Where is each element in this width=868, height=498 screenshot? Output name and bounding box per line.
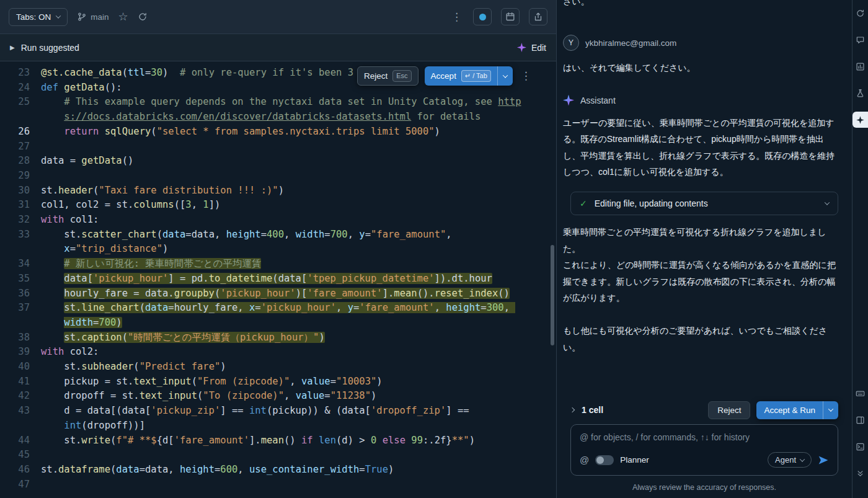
code-text[interactable]: data['pickup_hour'] = pd.to_datetime(dat… <box>41 272 556 287</box>
assistant-icon[interactable] <box>852 112 868 128</box>
code-text[interactable]: st.header("Taxi fare distribution !!! :)… <box>41 184 556 198</box>
code-text[interactable]: data = getData() <box>41 154 556 169</box>
code-text[interactable]: with col2: <box>41 345 556 360</box>
code-text[interactable]: st.dataframe(data=data, height=600, use_… <box>41 463 556 478</box>
git-branch-button[interactable]: main <box>77 12 108 22</box>
code-text[interactable]: st.write(f"# **${d['fare_amount'].mean()… <box>41 434 556 448</box>
editor-scrollbar-thumb[interactable] <box>551 245 554 345</box>
code-line[interactable]: 40st.subheader("Predict fare") <box>0 360 556 375</box>
planner-toggle[interactable] <box>595 455 614 465</box>
task-status-row[interactable]: ✓ Editing file, updating contents <box>570 192 838 215</box>
line-number: 42 <box>0 389 41 404</box>
line-number: 45 <box>0 448 41 463</box>
accept-run-options-dropdown[interactable] <box>823 401 838 419</box>
code-line[interactable]: 35data['pickup_hour'] = pd.to_datetime(d… <box>0 272 556 287</box>
code-text[interactable]: d = data[(data['pickup_zip'] == int(pick… <box>41 404 556 433</box>
code-line[interactable]: 46st.dataframe(data=data, height=600, us… <box>0 463 556 478</box>
code-line[interactable]: 34# 新しい可視化: 乗車時間帯ごとの平均運賃 <box>0 257 556 272</box>
code-text[interactable]: pickup = st.text_input("From (zipcode)",… <box>41 375 556 389</box>
line-number: 41 <box>0 375 41 389</box>
code-line[interactable]: 36hourly_fare = data.groupby('pickup_hou… <box>0 287 556 301</box>
accept-button[interactable]: Accept ↵ / Tab <box>425 66 497 86</box>
code-line[interactable]: 38st.caption("時間帯ごとの平均運賃（pickup_hour）") <box>0 331 556 345</box>
code-line[interactable]: 27 <box>0 140 556 154</box>
code-line[interactable]: 45 <box>0 448 556 463</box>
refresh-icon[interactable] <box>138 12 148 22</box>
run-suggested-button[interactable]: ▶ Run suggested <box>10 43 79 53</box>
terminal-icon[interactable] <box>852 438 868 455</box>
code-line[interactable]: 41pickup = st.text_input("From (zipcode)… <box>0 375 556 389</box>
side-panel-icon[interactable] <box>852 412 868 428</box>
code-text[interactable] <box>41 478 556 492</box>
code-text[interactable]: st.line_chart(data=hourly_fare, x='picku… <box>41 301 556 330</box>
code-line[interactable]: 29 <box>0 169 556 184</box>
reject-changes-button[interactable]: Reject <box>708 401 750 419</box>
code-text[interactable]: col1, col2 = st.columns([3, 1]) <box>41 198 556 213</box>
send-icon[interactable] <box>818 455 829 466</box>
record-status-button[interactable] <box>473 8 492 25</box>
code-text[interactable] <box>41 169 556 184</box>
code-text[interactable] <box>41 140 556 154</box>
line-number: 31 <box>0 198 41 213</box>
accept-and-run-button[interactable]: Accept & Run <box>756 401 823 419</box>
diff-overflow-menu-icon[interactable]: ⋮ <box>519 71 533 81</box>
reject-label: Reject <box>364 71 388 81</box>
code-text[interactable]: st.scatter_chart(data=data, height=400, … <box>41 228 556 257</box>
code-line[interactable]: 26return sqlQuery("select * from samples… <box>0 125 556 140</box>
assistant-input[interactable]: @ for objects, / for commands, ↑↓ for hi… <box>570 424 838 476</box>
experiments-chart-icon[interactable] <box>852 58 868 74</box>
line-number: 36 <box>0 287 41 301</box>
line-number: 46 <box>0 463 41 478</box>
accept-options-dropdown[interactable] <box>497 66 513 86</box>
agent-mode-dropdown[interactable]: Agent <box>768 452 812 468</box>
code-text[interactable]: dropoff = st.text_input("To (zipcode)", … <box>41 389 556 404</box>
comments-icon[interactable] <box>852 32 868 48</box>
code-line[interactable]: 42dropoff = st.text_input("To (zipcode)"… <box>0 389 556 404</box>
share-button[interactable] <box>529 8 547 25</box>
chat-scroll-area[interactable]: さい。 Y ykbhiralmec@gmail.com はい、それで編集してくだ… <box>557 0 852 397</box>
assistant-sparkle-icon <box>563 95 574 106</box>
collapse-icon[interactable] <box>852 465 868 481</box>
code-text[interactable]: # 新しい可視化: 乗車時間帯ごとの平均運賃 <box>41 257 556 272</box>
assistant-panel-footer: 1 cell Reject Accept & Run @ for objects… <box>557 397 852 498</box>
assistant-message-header: Assistant <box>563 95 839 106</box>
code-text[interactable]: return sqlQuery("select * from samples.n… <box>41 125 556 140</box>
code-line[interactable]: 30st.header("Taxi fare distribution !!! … <box>0 184 556 198</box>
mention-icon[interactable]: @ <box>580 455 589 465</box>
schedule-button[interactable] <box>501 8 520 25</box>
line-number: 25 <box>0 95 41 124</box>
line-number: 47 <box>0 478 41 492</box>
sync-icon[interactable] <box>852 5 868 21</box>
code-line[interactable]: 44st.write(f"# **${d['fare_amount'].mean… <box>0 434 556 448</box>
code-line[interactable]: 43d = data[(data['pickup_zip'] == int(pi… <box>0 404 556 433</box>
code-editor[interactable]: 23@st.cache_data(ttl=30) # only re-query… <box>0 61 556 498</box>
code-line[interactable]: 37st.line_chart(data=hourly_fare, x='pic… <box>0 301 556 330</box>
keyboard-icon[interactable] <box>852 385 868 401</box>
chevron-right-icon[interactable] <box>570 407 575 412</box>
reject-shortcut-badge: Esc <box>392 70 411 82</box>
user-message: はい、それで編集してください。 <box>563 60 839 76</box>
code-text[interactable]: with col1: <box>41 213 556 228</box>
chevron-down-icon[interactable] <box>825 200 830 205</box>
favorite-star-icon[interactable]: ☆ <box>118 11 128 22</box>
code-text[interactable]: st.caption("時間帯ごとの平均運賃（pickup_hour）") <box>41 331 556 345</box>
code-line[interactable]: 28data = getData() <box>0 154 556 169</box>
accept-label: Accept <box>431 71 456 81</box>
code-text[interactable]: hourly_fare = data.groupby('pickup_hour'… <box>41 287 556 301</box>
flask-icon[interactable] <box>852 85 868 101</box>
code-line[interactable]: 32with col1: <box>0 213 556 228</box>
run-bar: ▶ Run suggested Edit <box>0 34 556 61</box>
overflow-menu-icon[interactable]: ⋮ <box>450 12 464 22</box>
task-status-label: Editing file, updating contents <box>595 198 818 208</box>
code-text[interactable] <box>41 448 556 463</box>
code-line[interactable]: 39with col2: <box>0 345 556 360</box>
tabs-toggle-dropdown[interactable]: Tabs: ON <box>9 8 68 26</box>
code-line[interactable]: 33st.scatter_chart(data=data, height=400… <box>0 228 556 257</box>
code-text[interactable]: # This example query depends on the nyct… <box>41 95 556 124</box>
code-line[interactable]: 31col1, col2 = st.columns([3, 1]) <box>0 198 556 213</box>
code-line[interactable]: 25# This example query depends on the ny… <box>0 95 556 124</box>
code-line[interactable]: 47 <box>0 478 556 492</box>
code-text[interactable]: st.subheader("Predict fare") <box>41 360 556 375</box>
edit-mode-button[interactable]: Edit <box>517 43 546 53</box>
reject-button[interactable]: Reject Esc <box>357 66 418 86</box>
